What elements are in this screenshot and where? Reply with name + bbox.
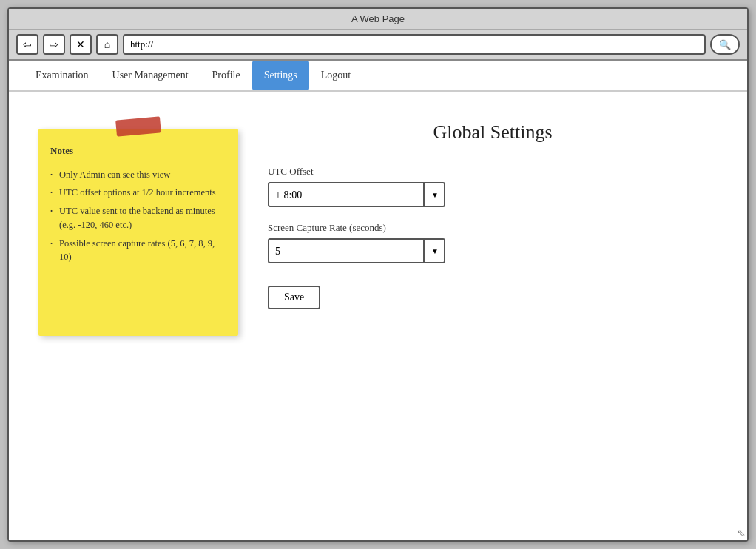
nav-item-examination[interactable]: Examination [24,61,101,90]
utc-offset-label: UTC Offset [268,166,718,178]
title-bar: A Web Page [9,9,747,30]
close-icon: ✕ [76,38,85,50]
home-button[interactable]: ⌂ [96,34,118,55]
nav-item-user-management[interactable]: User Management [101,61,200,90]
sticky-note: Notes Only Admin can see this view UTC o… [38,129,238,336]
screen-capture-rate-label: Screen Capture Rate (seconds) [268,222,718,234]
screen-capture-rate-group: Screen Capture Rate (seconds) 5 6 7 8 9 … [268,222,718,263]
utc-offset-group: UTC Offset + 8:00 -12:00 -11:00 -10:00 -… [268,166,718,207]
save-button[interactable]: Save [268,286,320,309]
nav-item-logout[interactable]: Logout [309,61,362,90]
back-button[interactable]: ⇦ [16,34,38,55]
screen-capture-rate-select[interactable]: 5 6 7 8 9 10 [268,238,445,263]
utc-offset-select[interactable]: + 8:00 -12:00 -11:00 -10:00 -9:00 -8:00 … [268,182,445,207]
forward-button[interactable]: ⇨ [43,34,65,55]
note-item-4: Possible screen capture rates (5, 6, 7, … [50,235,226,267]
note-item-2: UTC offset options at 1/2 hour increment… [50,183,226,202]
search-icon: 🔍 [719,39,731,50]
note-item-1: Only Admin can see this view [50,166,226,184]
settings-area: Global Settings UTC Offset + 8:00 -12:00… [268,114,718,518]
note-item-3: UTC value sent to the backend as minutes… [50,202,226,235]
resize-handle[interactable]: ⇖ [737,527,746,539]
home-icon: ⌂ [104,38,110,50]
main-area: Notes Only Admin can see this view UTC o… [9,92,747,540]
notes-title: Notes [50,144,226,158]
nav-item-settings[interactable]: Settings [252,61,309,90]
toolbar: ⇦ ⇨ ✕ ⌂ 🔍 [9,30,747,61]
notes-list: Only Admin can see this view UTC offset … [50,166,226,267]
back-icon: ⇦ [23,38,32,50]
page-title: A Web Page [351,13,405,24]
sticky-note-container: Notes Only Admin can see this view UTC o… [38,129,238,518]
nav-item-profile[interactable]: Profile [200,61,252,90]
utc-offset-select-wrapper: + 8:00 -12:00 -11:00 -10:00 -9:00 -8:00 … [268,182,445,207]
search-button[interactable]: 🔍 [710,34,740,55]
screen-capture-rate-select-wrapper: 5 6 7 8 9 10 ▼ [268,238,445,263]
settings-title: Global Settings [268,121,718,144]
address-bar[interactable] [123,34,706,55]
navigation-bar: Examination User Management Profile Sett… [9,61,747,92]
close-button[interactable]: ✕ [70,34,92,55]
forward-icon: ⇨ [50,38,58,50]
page-content: Examination User Management Profile Sett… [9,61,747,540]
browser-window: A Web Page ⇦ ⇨ ✕ ⌂ 🔍 Examination User Ma… [7,7,749,542]
